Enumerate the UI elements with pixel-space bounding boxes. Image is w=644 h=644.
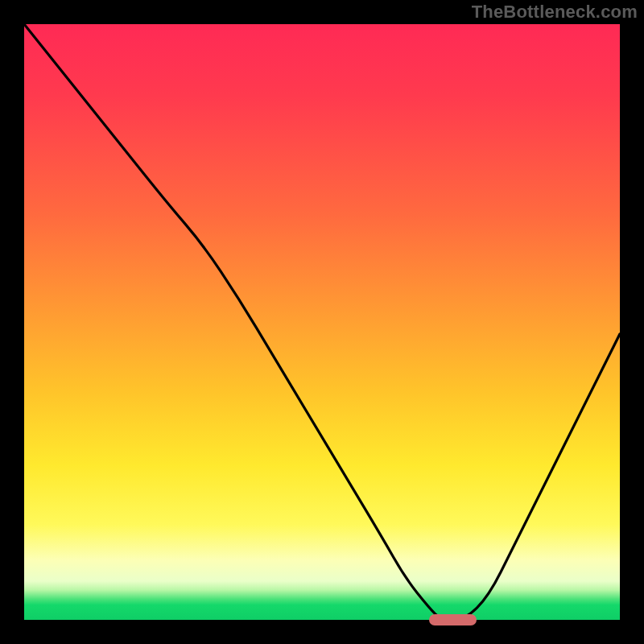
plot-area — [24, 24, 620, 620]
chart-frame: TheBottleneck.com — [0, 0, 644, 644]
bottleneck-curve — [24, 24, 620, 620]
watermark-text: TheBottleneck.com — [472, 2, 638, 23]
curve-path — [24, 24, 620, 620]
optimal-marker — [429, 614, 477, 625]
